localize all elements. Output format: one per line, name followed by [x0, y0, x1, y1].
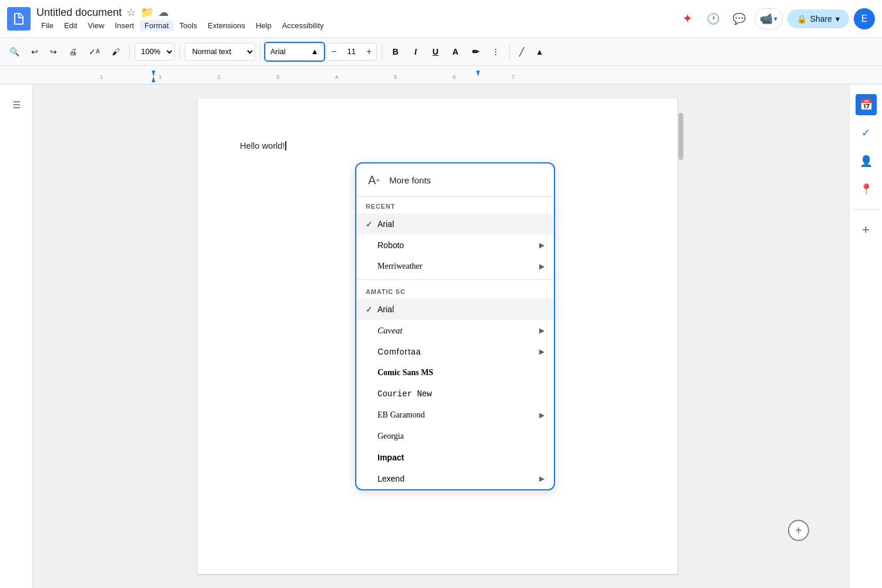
ruler: 1 1 2 3 4 5 6 7	[0, 66, 882, 85]
font-item-comfortaa[interactable]: Comfortaa ▶	[356, 341, 554, 362]
maps-sidebar-icon[interactable]: 📍	[856, 179, 877, 200]
toolbar-divider-5	[509, 45, 510, 59]
menu-edit[interactable]: Edit	[59, 20, 82, 31]
font-item-eb-garamond[interactable]: EB Garamond ▶	[356, 405, 554, 426]
contacts-sidebar-icon[interactable]: 👤	[856, 151, 877, 172]
font-label-caveat: Caveat	[377, 326, 539, 336]
redo-btn[interactable]: ↪	[45, 42, 62, 61]
svg-text:3: 3	[276, 74, 279, 80]
font-dropdown-scroll[interactable]: A+ More fonts RECENT ✓ Arial Roboto ▶	[356, 163, 554, 489]
svg-text:6: 6	[453, 74, 456, 80]
font-item-merriweather[interactable]: Merriweather ▶	[356, 256, 554, 277]
search-toolbar-btn[interactable]: 🔍	[5, 42, 24, 61]
doc-content[interactable]: Hello world!	[240, 141, 635, 151]
user-avatar[interactable]: E	[854, 8, 875, 29]
menu-tools[interactable]: Tools	[175, 20, 202, 31]
svg-marker-10	[152, 76, 155, 82]
add-button[interactable]: +	[788, 520, 809, 541]
font-item-arial-recent[interactable]: ✓ Arial	[356, 213, 554, 235]
font-label-courier-new: Courier New	[377, 389, 544, 399]
star-icon[interactable]: ☆	[126, 6, 136, 19]
svg-text:5: 5	[394, 74, 397, 80]
font-divider-1	[356, 279, 554, 280]
italic-btn[interactable]: I	[407, 43, 425, 61]
text-color-btn[interactable]: A	[447, 43, 465, 61]
font-item-comic-sans[interactable]: Comic Sans MS	[356, 362, 554, 383]
font-size-increase-btn[interactable]: +	[362, 43, 376, 61]
doc-area[interactable]: Hello world! A+ More fonts RECENT ✓ Aria…	[33, 85, 849, 588]
share-chevron-icon: ▾	[836, 14, 840, 24]
tasks-sidebar-icon[interactable]: ✓	[856, 122, 877, 143]
doc-text: Hello world!	[240, 141, 285, 151]
folder-icon[interactable]: 📁	[141, 6, 153, 19]
more-fonts-label: More fonts	[389, 175, 431, 185]
cloud-icon[interactable]: ☁	[158, 6, 169, 19]
more-options-btn[interactable]: ⋮	[487, 42, 505, 61]
zoom-select[interactable]: 100%	[135, 43, 175, 61]
underline-btn[interactable]: U	[427, 43, 445, 61]
list-icon[interactable]: ☰	[6, 94, 27, 115]
font-size-decrease-btn[interactable]: −	[327, 43, 341, 61]
doc-title[interactable]: Untitled document	[36, 6, 122, 19]
menu-insert[interactable]: Insert	[110, 20, 139, 31]
toolbar-divider-2	[179, 45, 180, 59]
menu-help[interactable]: Help	[251, 20, 276, 31]
menu-view[interactable]: View	[83, 20, 109, 31]
doc-scrollbar[interactable]	[677, 99, 684, 574]
font-item-lexend[interactable]: Lexend ▶	[356, 468, 554, 489]
font-item-arial-main[interactable]: ✓ Arial	[356, 299, 554, 320]
menu-extensions[interactable]: Extensions	[203, 20, 250, 31]
spellcheck-btn[interactable]: ✓A	[84, 42, 105, 61]
font-dropdown: A+ More fonts RECENT ✓ Arial Roboto ▶	[355, 162, 555, 490]
font-size-input[interactable]	[341, 44, 362, 60]
toolbar-divider-3	[260, 45, 260, 59]
add-sidebar-icon[interactable]: +	[856, 219, 877, 240]
comment-icon[interactable]: 💬	[729, 8, 750, 29]
video-call-icon[interactable]: 📹 ▾	[754, 8, 783, 29]
more-fonts-item[interactable]: A+ More fonts	[356, 163, 554, 197]
menu-format[interactable]: Format	[140, 20, 173, 31]
paint-format-btn[interactable]: 🖌	[107, 42, 125, 61]
lock-icon: 🔒	[797, 14, 807, 24]
gemini-icon[interactable]: ✦	[677, 8, 698, 29]
svg-text:4: 4	[335, 74, 338, 80]
font-label-impact: Impact	[377, 453, 544, 462]
font-label-arial-main: Arial	[377, 305, 544, 314]
arrow-icon-lexend: ▶	[539, 475, 544, 483]
menu-bar: File Edit View Insert Format Tools Exten…	[36, 20, 329, 31]
highlight-btn[interactable]: ✏	[467, 43, 485, 61]
text-style-select[interactable]: Normal text	[185, 43, 255, 61]
print-btn[interactable]: 🖨	[64, 42, 82, 61]
font-item-roboto[interactable]: Roboto ▶	[356, 235, 554, 256]
heading-collapse-btn[interactable]: ▲	[531, 42, 549, 61]
font-label-eb-garamond: EB Garamond	[377, 410, 539, 420]
font-item-georgia[interactable]: Georgia	[356, 426, 554, 447]
check-icon: ✓	[366, 219, 377, 229]
right-sidebar: 📅 ✓ 👤 📍 +	[849, 85, 882, 588]
font-item-courier-new[interactable]: Courier New	[356, 383, 554, 405]
line-style-btn[interactable]: ╱	[514, 42, 529, 61]
scrollbar-thumb[interactable]	[679, 113, 683, 160]
arrow-icon-roboto: ▶	[539, 241, 544, 249]
bold-btn[interactable]: B	[387, 43, 405, 61]
topbar-right: ✦ 🕐 💬 📹 ▾ 🔒 Share ▾ E	[677, 8, 875, 29]
svg-marker-11	[476, 71, 480, 76]
toolbar-divider-4	[382, 45, 382, 59]
share-button[interactable]: 🔒 Share ▾	[787, 9, 849, 28]
history-icon[interactable]: 🕐	[703, 8, 724, 29]
font-item-caveat[interactable]: Caveat ▶	[356, 320, 554, 341]
font-select-button[interactable]: Arial ▲	[265, 43, 324, 61]
arrow-icon-eb-garamond: ▶	[539, 411, 544, 419]
menu-accessibility[interactable]: Accessibility	[278, 20, 329, 31]
calendar-sidebar-icon[interactable]: 📅	[856, 94, 877, 115]
main-area: ☰ Hello world! A+ More fonts RECENT ✓	[0, 85, 882, 588]
font-label-comic-sans: Comic Sans MS	[377, 368, 544, 377]
menu-file[interactable]: File	[36, 20, 58, 31]
arrow-icon-merriweather: ▶	[539, 262, 544, 270]
more-fonts-icon: A+	[366, 172, 382, 188]
font-name-label: Arial	[270, 47, 286, 56]
font-item-impact[interactable]: Impact	[356, 447, 554, 468]
undo-btn[interactable]: ↩	[26, 42, 43, 61]
font-label-lexend: Lexend	[377, 474, 539, 483]
svg-text:2: 2	[218, 74, 220, 80]
